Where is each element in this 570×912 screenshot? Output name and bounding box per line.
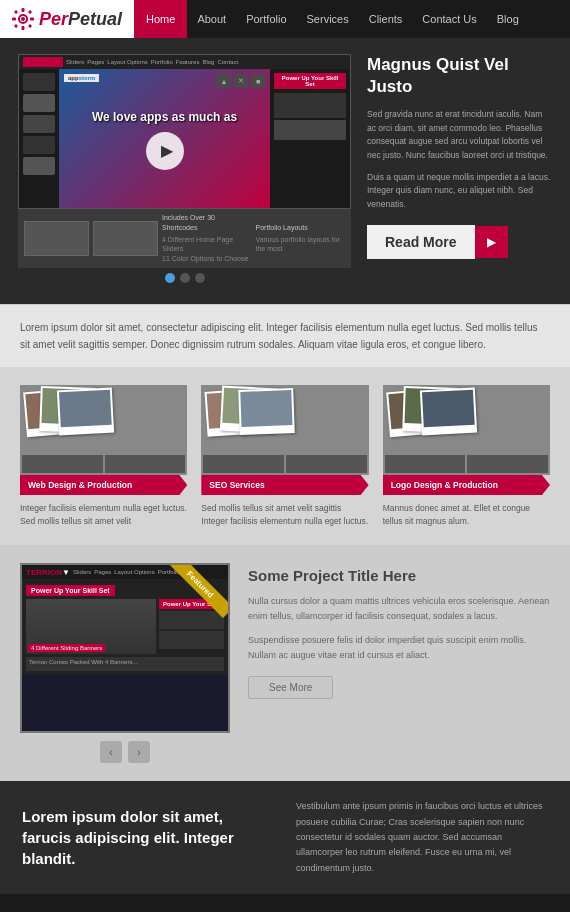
service-2-desc: Sed mollis tellus sit amet velit sagitti… [201,502,368,528]
portfolio-left: TERRION▼ Sliders Pages Layout Options Po… [20,563,230,763]
nav-portfolio[interactable]: Portfolio [236,0,296,38]
service-2-label: SEO Services [201,475,368,495]
nav-services[interactable]: Services [297,0,359,38]
dark-right: Vestibulum ante ipsum primis in faucibus… [296,799,548,875]
service-item-2: SEO Services Sed mollis tellus sit amet … [201,385,368,528]
portfolio-right: Some Project Title Here Nulla cursus dol… [248,563,550,699]
hero-section: Sliders Pages Layout Options Portfolio F… [0,38,570,304]
nav-contact[interactable]: Contact Us [412,0,486,38]
read-more-label[interactable]: Read More [367,225,475,259]
footer-top: Services →Vestibulum Ante →Sipsum Primis… [0,894,570,912]
svg-rect-5 [30,18,34,21]
portfolio-desc1: Nulla cursus dolor a quam mattis ultrice… [248,594,550,623]
hero-desc1: Sed gravida nunc at erat tincidunt iacul… [367,108,552,162]
svg-rect-4 [12,18,16,21]
nav-clients[interactable]: Clients [359,0,413,38]
slide-thumbs: Includes Over 30 Shortcodes 4 Different … [18,209,351,268]
main-nav: Home About Portfolio Services Clients Co… [134,0,529,38]
portfolio-screenshot: TERRION▼ Sliders Pages Layout Options Po… [20,563,230,733]
svg-rect-2 [22,8,25,12]
service-item-1: Web Design & Production Integer facilisi… [20,385,187,528]
service-1-desc: Integer facilisis elementum nulla eget l… [20,502,187,528]
lorem-section: Lorem ipsum dolor sit amet, consectetur … [0,304,570,367]
portfolio-nav: ‹ › [20,741,230,763]
nav-home[interactable]: Home [134,0,187,38]
service-3-desc: Mannus donec amet at. Ellet et congue te… [383,502,550,528]
read-more-arrow[interactable]: ▶ [475,226,508,258]
service-item-3: Logo Design & Production Mannus donec am… [383,385,550,528]
service-2-thumb [201,385,368,475]
dot-3[interactable] [195,273,205,283]
see-more-button[interactable]: See More [248,676,333,699]
svg-rect-8 [14,24,18,28]
nav-blog[interactable]: Blog [487,0,529,38]
lorem-text: Lorem ipsum dolor sit amet, consectetur … [20,319,550,353]
play-button[interactable]: ▶ [146,132,184,170]
nav-about[interactable]: About [187,0,236,38]
portfolio-title: Some Project Title Here [248,567,550,584]
services-grid: Web Design & Production Integer facilisi… [20,385,550,528]
svg-rect-7 [28,10,32,14]
header: PerPetual Home About Portfolio Services … [0,0,570,38]
hero-desc2: Duis a quam ut neque mollis imperdiet a … [367,171,552,212]
portfolio-desc2: Suspendisse posuere felis id dolor imper… [248,633,550,662]
svg-point-1 [21,17,25,21]
svg-rect-6 [14,10,18,14]
svg-rect-9 [28,24,32,28]
slide-dots [18,268,351,288]
dot-1[interactable] [165,273,175,283]
service-1-label: Web Design & Production [20,475,187,495]
svg-rect-3 [22,26,25,30]
hero-text: Magnus Quist Vel Justo Sed gravida nunc … [367,54,552,288]
service-3-thumb [383,385,550,475]
service-1-thumb [20,385,187,475]
portfolio-next[interactable]: › [128,741,150,763]
slide-main: Sliders Pages Layout Options Portfolio F… [18,54,351,209]
hero-slideshow: Sliders Pages Layout Options Portfolio F… [18,54,351,288]
portfolio-prev[interactable]: ‹ [100,741,122,763]
dark-section: Lorem ipsum dolor sit amet, farucis adip… [0,781,570,893]
logo-text: PerPetual [39,9,122,30]
slide-text: We love apps as much as [92,110,237,124]
service-3-label: Logo Design & Production [383,475,550,495]
read-more-button[interactable]: Read More ▶ [367,225,552,259]
logo-icon [12,8,34,30]
hero-title: Magnus Quist Vel Justo [367,54,552,98]
portfolio-section: TERRION▼ Sliders Pages Layout Options Po… [0,545,570,781]
dark-title: Lorem ipsum dolor sit amet, farucis adip… [22,806,274,869]
dot-2[interactable] [180,273,190,283]
services-section: Web Design & Production Integer facilisi… [0,367,570,546]
logo[interactable]: PerPetual [0,0,134,38]
dark-left: Lorem ipsum dolor sit amet, farucis adip… [22,806,274,869]
